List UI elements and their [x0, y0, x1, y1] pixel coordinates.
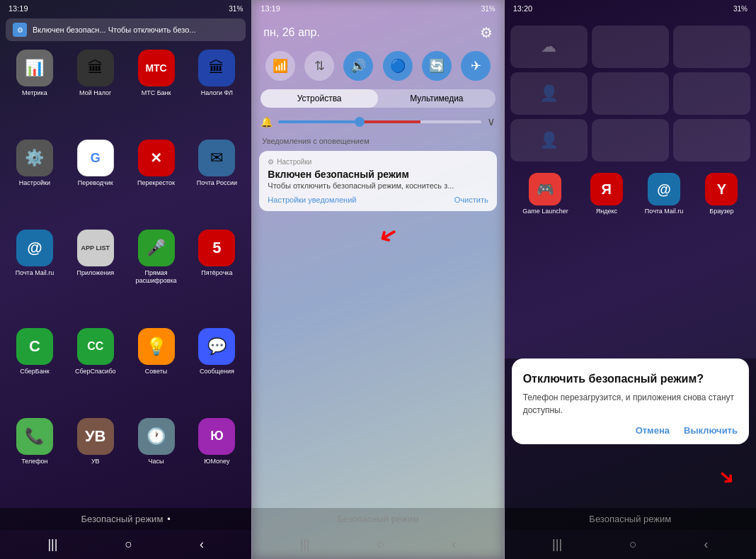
gear-icon[interactable]: ⚙ — [480, 24, 493, 41]
notif-icon: ⚙ — [13, 23, 27, 37]
dock-browser[interactable]: Y Браузер — [705, 173, 738, 215]
app-icon-sberspasibo: СС — [77, 328, 114, 365]
app-icon-sber: С — [16, 328, 53, 365]
app-applist[interactable]: APP LIST Приложения — [68, 230, 123, 322]
app-sber[interactable]: С СберБанк — [7, 328, 62, 412]
app-metrika[interactable]: 📊 Метрика — [7, 50, 62, 134]
app-label-pyat: Пятёрочка — [201, 269, 232, 277]
volume-row: 🔔 ∨ — [252, 111, 503, 132]
qs-airplane[interactable]: ✈ — [461, 51, 491, 81]
notification-banner[interactable]: ⚙ Включен безопасн... Чтобы отключить бе… — [6, 18, 246, 41]
dock-mailru[interactable]: @ Почта Mail.ru — [645, 173, 684, 215]
greyed-app-3 — [673, 26, 750, 68]
app-perek[interactable]: ✕ Перекресток — [129, 140, 184, 224]
app-icon-metrika: 📊 — [16, 50, 53, 86]
app-label-sovety: Советы — [145, 368, 167, 376]
app-sovety[interactable]: 💡 Советы — [129, 328, 184, 412]
app-phone[interactable]: 📞 Телефон — [7, 418, 62, 502]
app-label-phone: Телефон — [21, 458, 47, 465]
volume-slider[interactable] — [278, 120, 481, 123]
notif-clear-btn[interactable]: Очистить — [454, 196, 488, 204]
dialog-actions: Отмена Выключить — [523, 425, 738, 436]
notif-settings-icon: ⚙ — [268, 158, 274, 166]
qs-header: пн, 26 апр. ⚙ — [252, 16, 503, 45]
app-chas[interactable]: 🕐 Часы — [129, 418, 184, 502]
nav-back-1[interactable]: ‹ — [200, 537, 204, 552]
nav-home-1[interactable]: ○ — [125, 537, 132, 552]
notif-card-actions: Настройки уведомлений Очистить — [268, 196, 488, 204]
qs-sync[interactable]: 🔄 — [422, 51, 452, 81]
app-nalogifl[interactable]: 🏛 Налоги ФЛ — [189, 50, 244, 134]
app-icon-yumoney: Ю — [198, 418, 235, 455]
qs-data[interactable]: ⇅ — [304, 51, 334, 81]
qs-date: пн, 26 апр. — [263, 26, 320, 39]
battery-1: 31% — [229, 5, 243, 13]
tab-devices[interactable]: Устройства — [260, 89, 378, 108]
app-pryamaya[interactable]: 🎤 Прямая расшифровка — [129, 230, 184, 322]
time-2: 13:19 — [260, 4, 280, 13]
nav-recents-2[interactable]: ||| — [300, 537, 310, 552]
nav-recents-3[interactable]: ||| — [552, 537, 562, 552]
time-1: 13:19 — [8, 4, 28, 13]
app-label-applist: Приложения — [76, 269, 114, 277]
dialog-overlay: Отключить безопасный режим? Телефон пере… — [505, 358, 756, 559]
dialog-cancel-btn[interactable]: Отмена — [636, 425, 670, 436]
dock-label-browser: Браузер — [709, 208, 733, 215]
dock-yandex[interactable]: Я Яндекс — [590, 173, 623, 215]
app-icon-pryamaya: 🎤 — [138, 230, 175, 266]
notif-section-label: Уведомления с оповещением — [252, 132, 503, 148]
app-settings[interactable]: ⚙️ Настройки — [7, 140, 62, 224]
panel-notifications: 13:19 31% пн, 26 апр. ⚙ 📶 ⇅ 🔊 🔵 🔄 ✈ Устр… — [251, 0, 504, 559]
panel-home: 13:19 31% ⚙ Включен безопасн... Чтобы от… — [0, 0, 251, 559]
app-icon-translator: G — [77, 140, 114, 176]
nav-home-3[interactable]: ○ — [629, 537, 637, 552]
greyed-app-8 — [592, 119, 669, 162]
app-pyat[interactable]: 5 Пятёрочка — [189, 230, 244, 322]
greyed-app-5 — [592, 72, 669, 115]
nav-back-3[interactable]: ‹ — [704, 537, 709, 552]
status-icons-3: 31% — [733, 5, 748, 13]
app-label-nalogifl: Налоги ФЛ — [201, 89, 233, 97]
notification-card[interactable]: ⚙ Настройки Включен безопасный режим Что… — [259, 151, 496, 211]
app-mailru[interactable]: @ Почта Mail.ru — [7, 230, 62, 322]
red-arrow-2: ➜ — [713, 463, 740, 491]
volume-expand-icon[interactable]: ∨ — [487, 115, 496, 128]
app-uv[interactable]: УВ УВ — [68, 418, 123, 502]
notif-card-title: Включен безопасный режим — [268, 169, 488, 180]
app-label-chas: Часы — [149, 458, 164, 465]
app-label-settings: Настройки — [19, 179, 50, 187]
qs-bluetooth[interactable]: 🔵 — [383, 51, 413, 81]
nav-recents-1[interactable]: ||| — [47, 537, 57, 552]
nav-home-2[interactable]: ○ — [377, 537, 385, 552]
app-msg[interactable]: 💬 Сообщения — [189, 328, 244, 412]
qs-volume[interactable]: 🔊 — [343, 51, 373, 81]
app-moinalog[interactable]: 🏛 Мой Налог — [68, 50, 123, 134]
nav-back-2[interactable]: ‹ — [452, 537, 456, 552]
app-icon-perek: ✕ — [138, 140, 175, 176]
app-mtsbank[interactable]: МТС МТС Банк — [129, 50, 184, 134]
tab-media[interactable]: Мультимедиа — [378, 89, 496, 108]
dock-icon-browser: Y — [705, 173, 738, 205]
app-sberspasibo[interactable]: СС СберСпасибо — [68, 328, 123, 412]
app-yumoney[interactable]: Ю ЮMoney — [189, 418, 244, 502]
app-label-uv: УВ — [91, 458, 100, 465]
app-icon-applist: APP LIST — [77, 230, 114, 266]
nav-bar-2: ||| ○ ‹ — [252, 530, 503, 559]
status-bar-1: 13:19 31% — [0, 0, 251, 16]
qs-wifi[interactable]: 📶 — [265, 51, 295, 81]
notif-app-name: Настройки — [277, 158, 311, 166]
dock: 🎮 Game Launcher Я Яндекс @ Почта Mail.ru… — [505, 169, 756, 219]
app-label-sber: СберБанк — [20, 368, 49, 376]
app-pochtaross[interactable]: ✉ Почта России — [189, 140, 244, 224]
safe-mode-bar-3: Безопасный режим — [505, 508, 756, 530]
app-label-metrika: Метрика — [22, 89, 47, 97]
volume-thumb — [355, 117, 365, 127]
dock-label-gamelauncher: Game Launcher — [522, 208, 568, 215]
notif-settings-btn[interactable]: Настройки уведомлений — [268, 196, 356, 204]
dock-icon-gamelauncher: 🎮 — [529, 173, 561, 205]
app-translator[interactable]: G Переводчик — [68, 140, 123, 224]
dock-gamelauncher[interactable]: 🎮 Game Launcher — [522, 173, 568, 215]
app-icon-settings: ⚙️ — [16, 140, 53, 176]
dialog-confirm-btn[interactable]: Выключить — [684, 425, 738, 436]
notif-card-header: ⚙ Настройки — [268, 158, 488, 166]
